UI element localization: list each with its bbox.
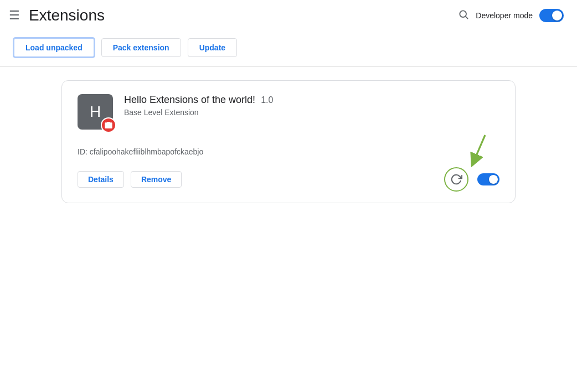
extensions-area: H Hello Extensions of the world! 1.0 Bas… [0,80,577,203]
extension-icon-badge [101,117,116,133]
card-footer-left: Details Remove [78,171,182,188]
svg-line-1 [466,16,468,18]
extension-card: H Hello Extensions of the world! 1.0 Bas… [61,80,516,203]
header-right: Developer mode [458,9,564,23]
extension-enable-toggle[interactable] [477,173,499,185]
reload-button-wrap [444,167,468,192]
load-unpacked-button[interactable]: Load unpacked [13,38,95,58]
card-top: H Hello Extensions of the world! 1.0 Bas… [78,94,499,130]
reload-icon [450,173,462,185]
extension-version: 1.0 [261,95,273,105]
toolbar-divider [0,66,577,67]
toggle-thumb [489,175,498,184]
developer-mode-label: Developer mode [476,11,533,20]
card-footer: Details Remove [78,167,499,192]
id-value: cfalipoohakefliiblhmbapofckaebjo [90,147,203,156]
id-label: ID: [78,147,87,156]
header: ☰ Extensions Developer mode [0,0,577,31]
extension-name-row: Hello Extensions of the world! 1.0 [124,94,499,106]
developer-mode-toggle[interactable] [539,9,564,22]
hamburger-icon[interactable]: ☰ [9,9,20,22]
remove-button[interactable]: Remove [131,171,182,188]
page-title: Extensions [29,7,105,24]
extension-name: Hello Extensions of the world! [124,94,255,106]
header-left: ☰ Extensions [9,7,105,24]
search-icon[interactable] [458,9,469,23]
update-button[interactable]: Update [188,38,237,57]
extension-description: Base Level Extension [124,108,499,117]
extension-info: Hello Extensions of the world! 1.0 Base … [124,94,499,117]
extension-id: ID: cfalipoohakefliiblhmbapofckaebjo [78,147,499,156]
extension-icon-wrap: H [78,94,113,130]
reload-button[interactable] [444,167,468,192]
camera-icon [104,121,113,130]
toolbar: Load unpacked Pack extension Update [0,31,577,66]
details-button[interactable]: Details [78,171,124,188]
pack-extension-button[interactable]: Pack extension [101,38,181,57]
card-footer-right [444,167,499,192]
